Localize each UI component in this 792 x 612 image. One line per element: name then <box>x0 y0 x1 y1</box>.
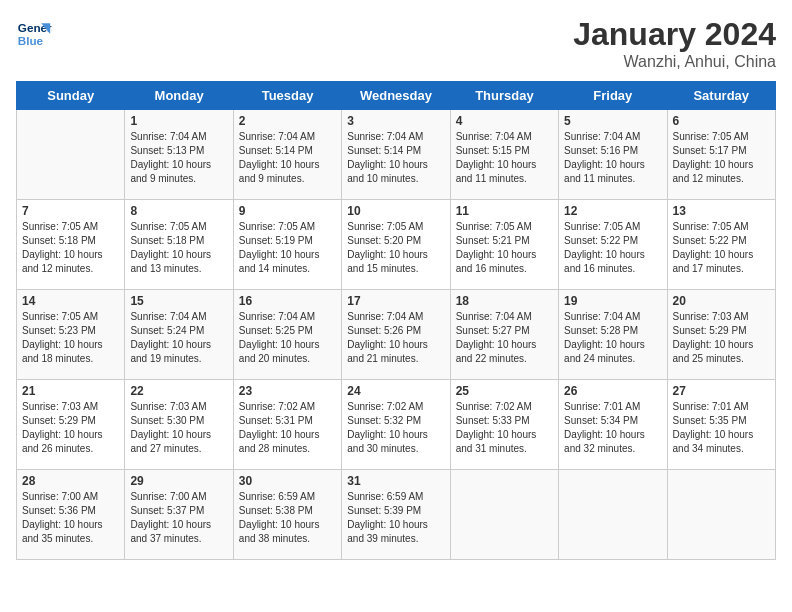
day-number: 28 <box>22 474 119 488</box>
day-info: Sunrise: 7:04 AM Sunset: 5:27 PM Dayligh… <box>456 310 553 366</box>
day-info: Sunrise: 7:04 AM Sunset: 5:26 PM Dayligh… <box>347 310 444 366</box>
day-number: 18 <box>456 294 553 308</box>
day-number: 31 <box>347 474 444 488</box>
day-info: Sunrise: 7:04 AM Sunset: 5:24 PM Dayligh… <box>130 310 227 366</box>
day-number: 8 <box>130 204 227 218</box>
calendar-table: SundayMondayTuesdayWednesdayThursdayFrid… <box>16 81 776 560</box>
day-number: 17 <box>347 294 444 308</box>
day-info: Sunrise: 7:04 AM Sunset: 5:25 PM Dayligh… <box>239 310 336 366</box>
calendar-cell: 16Sunrise: 7:04 AM Sunset: 5:25 PM Dayli… <box>233 290 341 380</box>
calendar-cell <box>559 470 667 560</box>
calendar-cell: 8Sunrise: 7:05 AM Sunset: 5:18 PM Daylig… <box>125 200 233 290</box>
calendar-cell: 18Sunrise: 7:04 AM Sunset: 5:27 PM Dayli… <box>450 290 558 380</box>
calendar-week-4: 21Sunrise: 7:03 AM Sunset: 5:29 PM Dayli… <box>17 380 776 470</box>
calendar-cell: 22Sunrise: 7:03 AM Sunset: 5:30 PM Dayli… <box>125 380 233 470</box>
header-sunday: Sunday <box>17 82 125 110</box>
calendar-cell <box>17 110 125 200</box>
day-info: Sunrise: 7:03 AM Sunset: 5:30 PM Dayligh… <box>130 400 227 456</box>
calendar-cell: 25Sunrise: 7:02 AM Sunset: 5:33 PM Dayli… <box>450 380 558 470</box>
header-thursday: Thursday <box>450 82 558 110</box>
calendar-week-1: 1Sunrise: 7:04 AM Sunset: 5:13 PM Daylig… <box>17 110 776 200</box>
day-number: 15 <box>130 294 227 308</box>
day-number: 30 <box>239 474 336 488</box>
day-info: Sunrise: 7:03 AM Sunset: 5:29 PM Dayligh… <box>22 400 119 456</box>
header-saturday: Saturday <box>667 82 775 110</box>
calendar-cell: 14Sunrise: 7:05 AM Sunset: 5:23 PM Dayli… <box>17 290 125 380</box>
day-info: Sunrise: 7:04 AM Sunset: 5:14 PM Dayligh… <box>347 130 444 186</box>
calendar-cell: 19Sunrise: 7:04 AM Sunset: 5:28 PM Dayli… <box>559 290 667 380</box>
header-tuesday: Tuesday <box>233 82 341 110</box>
calendar-cell: 17Sunrise: 7:04 AM Sunset: 5:26 PM Dayli… <box>342 290 450 380</box>
calendar-cell: 31Sunrise: 6:59 AM Sunset: 5:39 PM Dayli… <box>342 470 450 560</box>
logo-icon: General Blue <box>16 16 52 52</box>
day-number: 7 <box>22 204 119 218</box>
calendar-cell: 29Sunrise: 7:00 AM Sunset: 5:37 PM Dayli… <box>125 470 233 560</box>
day-info: Sunrise: 7:05 AM Sunset: 5:20 PM Dayligh… <box>347 220 444 276</box>
day-number: 12 <box>564 204 661 218</box>
calendar-cell <box>450 470 558 560</box>
calendar-body: 1Sunrise: 7:04 AM Sunset: 5:13 PM Daylig… <box>17 110 776 560</box>
calendar-cell: 5Sunrise: 7:04 AM Sunset: 5:16 PM Daylig… <box>559 110 667 200</box>
day-info: Sunrise: 7:00 AM Sunset: 5:36 PM Dayligh… <box>22 490 119 546</box>
calendar-cell: 13Sunrise: 7:05 AM Sunset: 5:22 PM Dayli… <box>667 200 775 290</box>
page-header: General Blue January 2024 Wanzhi, Anhui,… <box>16 16 776 71</box>
header-friday: Friday <box>559 82 667 110</box>
day-info: Sunrise: 7:04 AM Sunset: 5:13 PM Dayligh… <box>130 130 227 186</box>
calendar-title: January 2024 <box>573 16 776 53</box>
calendar-week-2: 7Sunrise: 7:05 AM Sunset: 5:18 PM Daylig… <box>17 200 776 290</box>
calendar-cell: 10Sunrise: 7:05 AM Sunset: 5:20 PM Dayli… <box>342 200 450 290</box>
day-info: Sunrise: 7:02 AM Sunset: 5:33 PM Dayligh… <box>456 400 553 456</box>
calendar-cell: 6Sunrise: 7:05 AM Sunset: 5:17 PM Daylig… <box>667 110 775 200</box>
day-number: 20 <box>673 294 770 308</box>
day-number: 4 <box>456 114 553 128</box>
day-info: Sunrise: 7:05 AM Sunset: 5:17 PM Dayligh… <box>673 130 770 186</box>
calendar-cell: 1Sunrise: 7:04 AM Sunset: 5:13 PM Daylig… <box>125 110 233 200</box>
calendar-cell: 27Sunrise: 7:01 AM Sunset: 5:35 PM Dayli… <box>667 380 775 470</box>
calendar-week-3: 14Sunrise: 7:05 AM Sunset: 5:23 PM Dayli… <box>17 290 776 380</box>
calendar-cell: 4Sunrise: 7:04 AM Sunset: 5:15 PM Daylig… <box>450 110 558 200</box>
calendar-cell <box>667 470 775 560</box>
day-info: Sunrise: 6:59 AM Sunset: 5:39 PM Dayligh… <box>347 490 444 546</box>
calendar-cell: 9Sunrise: 7:05 AM Sunset: 5:19 PM Daylig… <box>233 200 341 290</box>
calendar-cell: 15Sunrise: 7:04 AM Sunset: 5:24 PM Dayli… <box>125 290 233 380</box>
calendar-cell: 2Sunrise: 7:04 AM Sunset: 5:14 PM Daylig… <box>233 110 341 200</box>
day-number: 3 <box>347 114 444 128</box>
day-info: Sunrise: 7:01 AM Sunset: 5:34 PM Dayligh… <box>564 400 661 456</box>
day-info: Sunrise: 7:00 AM Sunset: 5:37 PM Dayligh… <box>130 490 227 546</box>
calendar-subtitle: Wanzhi, Anhui, China <box>573 53 776 71</box>
day-info: Sunrise: 7:05 AM Sunset: 5:19 PM Dayligh… <box>239 220 336 276</box>
calendar-cell: 12Sunrise: 7:05 AM Sunset: 5:22 PM Dayli… <box>559 200 667 290</box>
calendar-cell: 20Sunrise: 7:03 AM Sunset: 5:29 PM Dayli… <box>667 290 775 380</box>
day-info: Sunrise: 7:04 AM Sunset: 5:28 PM Dayligh… <box>564 310 661 366</box>
day-info: Sunrise: 7:04 AM Sunset: 5:16 PM Dayligh… <box>564 130 661 186</box>
day-info: Sunrise: 7:02 AM Sunset: 5:32 PM Dayligh… <box>347 400 444 456</box>
day-number: 5 <box>564 114 661 128</box>
header-wednesday: Wednesday <box>342 82 450 110</box>
calendar-cell: 7Sunrise: 7:05 AM Sunset: 5:18 PM Daylig… <box>17 200 125 290</box>
day-info: Sunrise: 6:59 AM Sunset: 5:38 PM Dayligh… <box>239 490 336 546</box>
day-number: 13 <box>673 204 770 218</box>
day-number: 9 <box>239 204 336 218</box>
day-info: Sunrise: 7:03 AM Sunset: 5:29 PM Dayligh… <box>673 310 770 366</box>
day-number: 2 <box>239 114 336 128</box>
calendar-cell: 11Sunrise: 7:05 AM Sunset: 5:21 PM Dayli… <box>450 200 558 290</box>
calendar-week-5: 28Sunrise: 7:00 AM Sunset: 5:36 PM Dayli… <box>17 470 776 560</box>
day-info: Sunrise: 7:02 AM Sunset: 5:31 PM Dayligh… <box>239 400 336 456</box>
day-info: Sunrise: 7:05 AM Sunset: 5:18 PM Dayligh… <box>22 220 119 276</box>
day-info: Sunrise: 7:05 AM Sunset: 5:21 PM Dayligh… <box>456 220 553 276</box>
day-number: 1 <box>130 114 227 128</box>
day-info: Sunrise: 7:04 AM Sunset: 5:14 PM Dayligh… <box>239 130 336 186</box>
day-number: 10 <box>347 204 444 218</box>
day-number: 6 <box>673 114 770 128</box>
logo: General Blue <box>16 16 52 52</box>
calendar-cell: 24Sunrise: 7:02 AM Sunset: 5:32 PM Dayli… <box>342 380 450 470</box>
day-number: 16 <box>239 294 336 308</box>
calendar-cell: 26Sunrise: 7:01 AM Sunset: 5:34 PM Dayli… <box>559 380 667 470</box>
day-number: 29 <box>130 474 227 488</box>
day-number: 24 <box>347 384 444 398</box>
day-info: Sunrise: 7:04 AM Sunset: 5:15 PM Dayligh… <box>456 130 553 186</box>
header-monday: Monday <box>125 82 233 110</box>
day-info: Sunrise: 7:05 AM Sunset: 5:18 PM Dayligh… <box>130 220 227 276</box>
day-number: 22 <box>130 384 227 398</box>
calendar-cell: 3Sunrise: 7:04 AM Sunset: 5:14 PM Daylig… <box>342 110 450 200</box>
